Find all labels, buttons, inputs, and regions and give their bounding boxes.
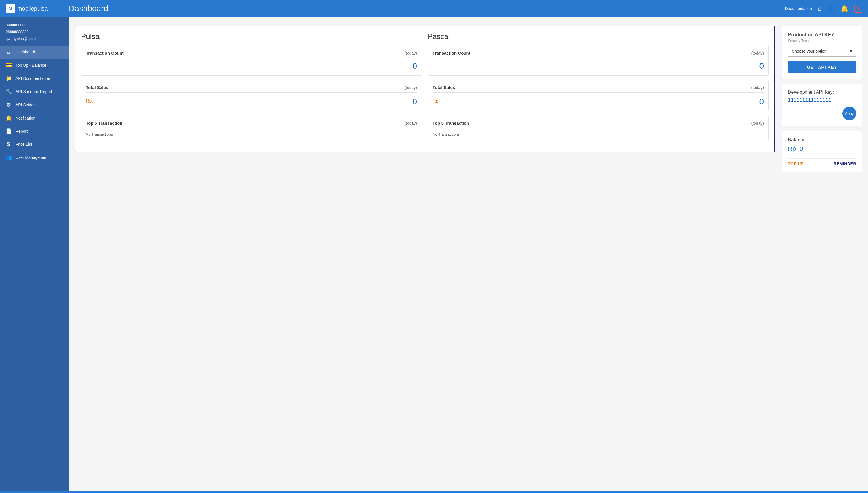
dev-api-label: Development API Key: [788,90,856,95]
security-type-select[interactable]: Choose your option HMAC Basic Auth [788,46,856,57]
sidebar-item-report-label: Report [16,129,27,134]
pasca-top5-card: Top 5 Transaction (today) No Transaction… [428,116,769,141]
pasca-column: Pasca Transaction Count (today) 0 Total … [428,32,769,146]
sidebar-item-topup[interactable]: 💳 Top Up - Balance [0,59,69,72]
pasca-txn-count-header: Transaction Count (today) [433,50,764,58]
pasca-no-transactions: No Transactions [433,130,764,136]
sidebar-item-api-doc-label: API Documentation [16,76,50,81]
reminder-link[interactable]: REMINDER [833,162,856,166]
pasca-sales-header: Total Sales (today) [433,85,764,92]
report-icon: 📄 [6,128,12,134]
api-setting-icon: ⚙ [6,102,12,108]
pasca-sales-period: (today) [751,85,764,90]
pulsa-sales-period: (today) [405,85,417,90]
pulsa-rp-label: Rp. [86,99,93,104]
sidebar-item-pricelist[interactable]: $ Price List [0,138,69,151]
notification-icon[interactable]: 🔔 [841,5,848,12]
pulsa-top5-card: Top 5 Transaction (today) No Transaction… [81,116,422,141]
sidebar-phone1: 08888888888 [6,22,63,28]
page-title: Dashboard [63,4,785,13]
logo: M mobilepulsa [6,4,63,13]
sidebar-item-user-management-label: User Management [16,155,48,160]
security-type-label: Security Type [788,39,856,43]
sidebar-item-dashboard-label: Dashboard [16,50,35,54]
home-icon[interactable]: ⌂ [818,5,822,12]
documentation-link[interactable]: Documentation [785,6,812,11]
pasca-txn-count-period: (today) [751,51,764,56]
right-panel: Production API KEY Security Type Choose … [782,26,862,172]
header-actions: Documentation ⌂ 👤 🔔 ✕ [785,5,862,13]
api-key-card: Production API KEY Security Type Choose … [782,26,862,79]
sidebar-nav: ⌂ Dashboard 💳 Top Up - Balance 📁 API Doc… [0,43,69,166]
sidebar-item-api-setting-label: API Setting [16,103,36,107]
sidebar-phone2: 08888888888 [6,28,63,35]
sidebar-item-api-doc[interactable]: 📁 API Documentation [0,72,69,85]
sidebar-item-topup-label: Top Up - Balance [16,63,46,67]
sidebar-item-sandbox[interactable]: 🔧 API Sandbox Report [0,85,69,98]
logo-icon: M [6,4,15,13]
sidebar-email: qwertyuiop@gmail.com [6,35,63,41]
panel-columns: Pulsa Transaction Count (today) 0 Total … [81,32,769,146]
layout: 08888888888 08888888888 qwertyuiop@gmail… [0,17,868,181]
pasca-top5-header: Top 5 Transaction (today) [433,121,764,128]
topup-icon: 💳 [6,62,12,68]
pulsa-top5-label: Top 5 Transaction [86,121,122,126]
pulsa-sales-value: 0 [412,96,417,106]
pasca-sales-value-row: Rp. 0 [433,95,764,106]
select-wrapper: Choose your option HMAC Basic Auth ▼ [788,46,856,57]
sidebar-item-notification[interactable]: 🔔 Notification [0,111,69,125]
copy-button[interactable]: Copy [842,107,856,121]
pulsa-sales-label: Total Sales [86,85,108,90]
pasca-total-sales-card: Total Sales (today) Rp. 0 [428,80,769,111]
pasca-top5-period: (today) [751,121,764,126]
sidebar-item-sandbox-label: API Sandbox Report [16,89,52,94]
pulsa-txn-count-period: (today) [405,51,417,56]
pulsa-title: Pulsa [81,32,422,41]
pasca-sales-value: 0 [759,96,764,106]
main-content: Pulsa Transaction Count (today) 0 Total … [69,17,868,181]
sidebar-item-api-setting[interactable]: ⚙ API Setting [0,98,69,111]
exit-icon[interactable]: ✕ [854,5,862,13]
pulsa-txn-count-label: Transaction Count [86,50,124,56]
pasca-txn-count-value: 0 [433,60,764,71]
pasca-title: Pasca [428,32,769,41]
pulsa-column: Pulsa Transaction Count (today) 0 Total … [81,32,422,146]
pulsa-sales-value-row: Rp. 0 [86,95,417,106]
sidebar-item-notification-label: Notification [16,116,35,121]
user-management-icon: 👥 [6,154,12,160]
pulsa-txn-count-header: Transaction Count (today) [86,50,417,58]
logo-text: mobilepulsa [17,5,48,12]
dev-api-key-value: 111111111111111 [788,97,856,103]
sidebar-item-pricelist-label: Price List [16,142,32,147]
sidebar-item-report[interactable]: 📄 Report [0,125,69,138]
sandbox-icon: 🔧 [6,88,12,95]
dev-api-key-card: Development API Key: 111111111111111 Cop… [782,84,862,126]
pasca-transaction-count-card: Transaction Count (today) 0 [428,46,769,76]
sidebar-item-dashboard[interactable]: ⌂ Dashboard [0,46,69,59]
get-api-key-button[interactable]: GET API KEY [788,61,856,73]
balance-value: Rp. 0 [788,145,856,153]
dashboard-panel: Pulsa Transaction Count (today) 0 Total … [75,26,775,152]
pulsa-transaction-count-card: Transaction Count (today) 0 [81,46,422,76]
pulsa-top5-period: (today) [405,121,417,126]
pricelist-icon: $ [6,141,12,147]
pulsa-txn-count-value: 0 [86,60,417,71]
pasca-rp-label: Rp. [433,99,440,104]
topup-link[interactable]: TOP UP [788,162,804,166]
pulsa-total-sales-card: Total Sales (today) Rp. 0 [81,80,422,111]
header: M mobilepulsa Dashboard Documentation ⌂ … [0,0,868,17]
account-icon[interactable]: 👤 [827,5,835,12]
balance-card: Balance: Rp. 0 TOP UP REMINDER [782,131,862,172]
pasca-txn-count-label: Transaction Count [433,50,471,56]
sidebar-user-info: 08888888888 08888888888 qwertyuiop@gmail… [0,17,69,43]
pasca-top5-label: Top 5 Transaction [433,121,469,126]
pulsa-top5-header: Top 5 Transaction (today) [86,121,417,128]
api-doc-icon: 📁 [6,75,12,82]
notification-bell-icon: 🔔 [6,115,12,121]
pulsa-no-transactions: No Transactions [86,130,417,136]
sidebar-item-user-management[interactable]: 👥 User Management [0,151,69,164]
balance-label: Balance: [788,137,856,143]
api-key-title: Production API KEY [788,32,856,38]
pulsa-sales-header: Total Sales (today) [86,85,417,92]
bottom-bar [0,491,868,493]
